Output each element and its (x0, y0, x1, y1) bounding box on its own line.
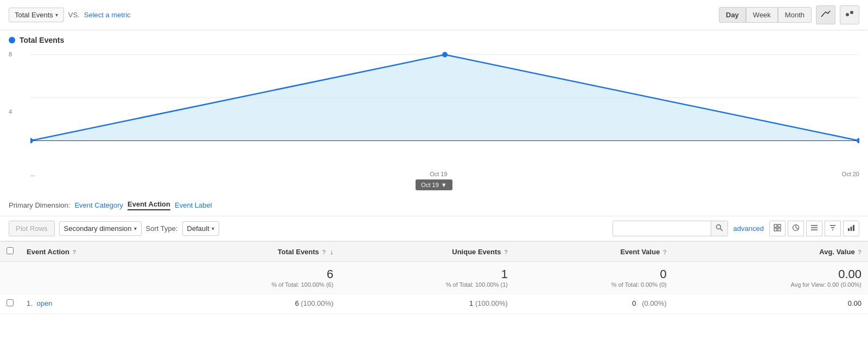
data-table: Event Action ? Total Events ? ↓ Unique E… (0, 241, 868, 314)
x-label-mid: Oct 19 (430, 171, 447, 177)
col-avg-value-header: Avg. Value ? (673, 242, 868, 262)
chart-legend: Total Events (9, 36, 859, 44)
toolbar-left: Total Events ▾ VS. Select a metric (9, 8, 131, 22)
chart-point-right (857, 138, 859, 144)
legend-dot (9, 37, 15, 43)
search-input[interactable] (613, 222, 711, 235)
svg-line-14 (796, 228, 799, 229)
row1-event-action-link[interactable]: open (36, 299, 52, 307)
total-events-help-icon[interactable]: ? (322, 249, 326, 255)
row1-event-value-cell: 0 (0.00%) (514, 294, 673, 314)
svg-point-1 (850, 11, 853, 14)
col-event-action-header: Event Action ? (20, 242, 165, 262)
toolbar-right: Day Week Month (719, 5, 859, 24)
toolbar: Total Events ▾ VS. Select a metric Day W… (0, 0, 868, 30)
row1-total-events-pct: (100.00%) (301, 299, 334, 307)
line-chart-icon-button[interactable] (816, 5, 835, 24)
sort-chevron-icon: ▾ (212, 226, 214, 231)
dim-event-action-active: Event Action (127, 200, 170, 210)
row1-avg-value-cell: 0.00 (673, 294, 868, 314)
search-box (612, 221, 728, 236)
dim-event-category-link[interactable]: Event Category (74, 201, 123, 209)
primary-dimension-row: Primary Dimension: Event Category Event … (0, 195, 868, 216)
tooltip-label: Oct 19 (421, 182, 438, 188)
tooltip-area: Oct 19 ▼ (9, 179, 859, 190)
sort-icon (829, 224, 837, 231)
row1-checkbox[interactable] (7, 299, 14, 306)
period-month-button[interactable]: Month (778, 7, 812, 23)
chart-svg-container: ... Oct 19 Oct 20 (30, 49, 859, 177)
table-header-row: Event Action ? Total Events ? ↓ Unique E… (0, 242, 868, 262)
period-day-button[interactable]: Day (719, 7, 746, 23)
svg-point-6 (716, 225, 720, 229)
y-axis: 8 4 (9, 49, 30, 177)
sort-type-select[interactable]: Default ▾ (182, 221, 219, 236)
view-bar-button[interactable] (843, 221, 859, 236)
row1-unique-events-pct: (100.00%) (475, 299, 508, 307)
col-total-events-header: Total Events ? ↓ (165, 242, 340, 262)
controls-right: advanced (612, 221, 859, 236)
advanced-link[interactable]: advanced (733, 224, 764, 233)
table-row: 1. open 6 (100.00%) 1 (100.00%) 0 (0.00%… (0, 294, 868, 314)
avg-value-help-icon[interactable]: ? (858, 249, 861, 255)
x-axis-labels: ... Oct 19 Oct 20 (30, 170, 859, 177)
secondary-dim-label: Secondary dimension (64, 224, 132, 233)
view-list-button[interactable] (806, 221, 822, 236)
total-events-sort-icon[interactable]: ↓ (330, 248, 334, 256)
table-summary-row: 6 % of Total: 100.00% (6) 1 % of Total: … (0, 262, 868, 294)
svg-rect-8 (774, 224, 777, 227)
select-metric-link[interactable]: Select a metric (84, 11, 131, 19)
grid-icon (774, 224, 781, 231)
svg-line-7 (720, 229, 723, 231)
sort-type-value: Default (187, 224, 209, 233)
view-pie-button[interactable] (788, 221, 804, 236)
event-value-help-icon[interactable]: ? (663, 249, 667, 255)
line-chart-icon (821, 9, 831, 19)
summary-unique-events-cell: 1 % of Total: 100.00% (1) (340, 262, 514, 294)
tooltip-box[interactable]: Oct 19 ▼ (416, 179, 452, 190)
metric-select-dropdown[interactable]: Total Events ▾ (9, 8, 64, 22)
row1-unique-events-cell: 1 (100.00%) (340, 294, 514, 314)
summary-event-value-value: 0 (521, 267, 667, 281)
chart-svg (30, 49, 859, 168)
summary-avg-value-cell: 0.00 Avg for View: 0.00 (0.00%) (673, 262, 868, 294)
scatter-chart-icon (845, 9, 854, 19)
x-label-left: ... (30, 171, 35, 177)
svg-rect-21 (848, 228, 850, 231)
view-sort-button[interactable] (825, 221, 841, 236)
search-button[interactable] (711, 221, 727, 236)
secondary-dimension-select[interactable]: Secondary dimension ▾ (59, 221, 142, 236)
row1-event-value-pct: (0.00%) (642, 299, 667, 307)
summary-unique-events-value: 1 (347, 267, 508, 281)
dim-event-label-link[interactable]: Event Label (175, 201, 212, 209)
summary-event-value-pct: % of Total: 0.00% (0) (521, 281, 667, 288)
summary-avg-value-note: Avg for View: 0.00 (0.00%) (680, 281, 861, 288)
svg-point-0 (846, 13, 849, 16)
col-event-value-header: Event Value ? (514, 242, 673, 262)
chart-wrapper: 8 4 (9, 49, 859, 177)
row1-event-value-value: 0 (632, 299, 636, 307)
row1-event-action-cell: 1. open (20, 294, 165, 314)
bar-chart-icon (847, 224, 855, 231)
pie-icon (792, 224, 800, 231)
svg-rect-11 (778, 228, 781, 231)
vs-label: VS. (68, 11, 80, 19)
period-week-button[interactable]: Week (746, 7, 778, 23)
summary-unique-events-pct: % of Total: 100.00% (1) (347, 281, 508, 288)
scatter-chart-icon-button[interactable] (840, 5, 859, 24)
row1-total-events-cell: 6 (100.00%) (165, 294, 340, 314)
row1-avg-value-value: 0.00 (848, 299, 861, 307)
chart-point-peak[interactable] (442, 52, 448, 57)
secondary-dim-chevron-icon: ▾ (134, 226, 137, 231)
row1-total-events-value: 6 (295, 299, 299, 307)
controls-row: Plot Rows Secondary dimension ▾ Sort Typ… (0, 216, 868, 241)
summary-event-action-cell (20, 262, 165, 294)
view-grid-button[interactable] (769, 221, 786, 236)
summary-event-value-cell: 0 % of Total: 0.00% (0) (514, 262, 673, 294)
unique-events-help-icon[interactable]: ? (504, 249, 508, 255)
summary-total-events-value: 6 (172, 267, 333, 281)
summary-checkbox-cell (0, 262, 20, 294)
plot-rows-button[interactable]: Plot Rows (9, 221, 55, 236)
event-action-help-icon[interactable]: ? (73, 249, 76, 255)
select-all-checkbox[interactable] (7, 247, 14, 254)
